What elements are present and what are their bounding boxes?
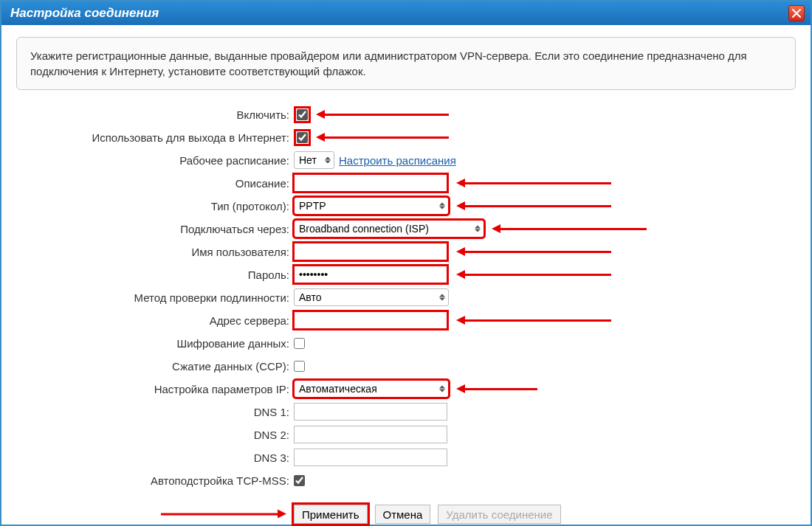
close-button[interactable]	[788, 5, 805, 21]
annotation-arrow	[464, 274, 611, 276]
enable-checkbox[interactable]	[297, 109, 308, 120]
sort-arrows-icon	[439, 203, 445, 210]
schedule-select[interactable]: Нет	[294, 151, 334, 169]
label-description: Описание:	[16, 177, 294, 190]
dns2-input[interactable]	[294, 426, 447, 443]
ip-select[interactable]: Автоматическая	[294, 380, 449, 398]
connection-settings-window: Настройка соединения Укажите регистрацио…	[0, 0, 812, 526]
row-description: Описание:	[16, 172, 796, 194]
sort-arrows-icon	[439, 386, 445, 392]
configure-schedules-link[interactable]: Настроить расписания	[339, 154, 456, 167]
label-auth: Метод проверки подлинности:	[16, 291, 294, 304]
close-icon	[792, 9, 801, 18]
row-ip: Настройка параметров IP: Автоматическая	[16, 378, 796, 400]
label-tcpmss: Автоподстройка TCP-MSS:	[16, 474, 294, 487]
tcpmss-checkbox[interactable]	[294, 475, 305, 486]
type-value: PPTP	[299, 200, 326, 212]
row-type: Тип (протокол): PPTP	[16, 195, 796, 217]
description-input[interactable]	[294, 174, 447, 192]
label-username: Имя пользователя:	[16, 246, 294, 258]
auth-select[interactable]: Авто	[294, 288, 449, 306]
label-dns3: DNS 3:	[16, 451, 294, 464]
row-dns2: DNS 2:	[16, 423, 796, 446]
button-row: Применить Отмена Удалить соединение	[294, 505, 796, 524]
row-connect-via: Подключаться через: Broadband connection…	[16, 218, 796, 240]
row-dns1: DNS 1:	[16, 401, 796, 423]
delete-button: Удалить соединение	[438, 505, 560, 524]
dns1-input[interactable]	[294, 403, 447, 421]
schedule-value: Нет	[299, 154, 317, 166]
row-schedule: Рабочее расписание: Нет Настроить распис…	[16, 149, 796, 171]
label-enable: Включить:	[16, 108, 294, 121]
auth-value: Авто	[299, 291, 322, 303]
label-use-internet: Использовать для выхода в Интернет:	[16, 131, 294, 144]
label-schedule: Рабочее расписание:	[16, 154, 294, 167]
sort-arrows-icon	[325, 157, 331, 164]
info-box: Укажите регистрационные данные, выданные…	[16, 37, 796, 90]
label-ip: Настройка параметров IP:	[16, 383, 294, 395]
annotation-arrow	[464, 182, 611, 184]
use-internet-checkbox[interactable]	[297, 132, 308, 143]
form: Включить: Использовать для выхода в Инте…	[16, 103, 796, 524]
annotation-arrow	[464, 388, 537, 390]
label-ccp: Сжатие данных (CCP):	[16, 360, 294, 373]
row-enable: Включить:	[16, 103, 796, 125]
type-select[interactable]: PPTP	[294, 197, 449, 215]
annotation-arrow	[499, 228, 647, 230]
row-username: Имя пользователя:	[16, 240, 796, 263]
annotation-arrow	[323, 136, 449, 139]
annotation-arrow	[464, 319, 611, 322]
window-title: Настройка соединения	[10, 6, 159, 21]
label-encrypt: Шифрование данных:	[16, 337, 294, 350]
encrypt-checkbox[interactable]	[294, 338, 305, 349]
dns3-input[interactable]	[294, 449, 447, 466]
row-dns3: DNS 3:	[16, 446, 796, 468]
connect-via-select[interactable]: Broadband connection (ISP)	[294, 220, 484, 238]
annotation-arrow	[161, 513, 279, 516]
content: Укажите регистрационные данные, выданные…	[1, 25, 811, 526]
row-encrypt: Шифрование данных:	[16, 332, 796, 354]
server-input[interactable]	[294, 311, 447, 329]
row-ccp: Сжатие данных (CCP):	[16, 355, 796, 377]
ip-value: Автоматическая	[299, 383, 377, 395]
ccp-checkbox[interactable]	[294, 361, 305, 372]
annotation-arrow	[464, 205, 611, 207]
sort-arrows-icon	[439, 294, 445, 301]
label-connect-via: Подключаться через:	[16, 223, 294, 235]
row-tcpmss: Автоподстройка TCP-MSS:	[16, 469, 796, 491]
password-input[interactable]	[294, 266, 447, 283]
connect-via-value: Broadband connection (ISP)	[299, 223, 429, 235]
label-type: Тип (протокол):	[16, 200, 294, 212]
annotation-arrow	[464, 251, 611, 253]
row-auth: Метод проверки подлинности: Авто	[16, 286, 796, 308]
row-use-internet: Использовать для выхода в Интернет:	[16, 126, 796, 148]
cancel-button[interactable]: Отмена	[375, 505, 431, 524]
label-dns1: DNS 1:	[16, 406, 294, 418]
username-input[interactable]	[294, 243, 447, 260]
label-server: Адрес сервера:	[16, 314, 294, 327]
annotation-arrow	[323, 114, 449, 116]
titlebar: Настройка соединения	[1, 1, 811, 25]
sort-arrows-icon	[475, 226, 481, 232]
row-server: Адрес сервера:	[16, 309, 796, 331]
apply-button[interactable]: Применить	[294, 505, 368, 524]
row-password: Пароль:	[16, 263, 796, 286]
label-password: Пароль:	[16, 269, 294, 281]
label-dns2: DNS 2:	[16, 429, 294, 441]
